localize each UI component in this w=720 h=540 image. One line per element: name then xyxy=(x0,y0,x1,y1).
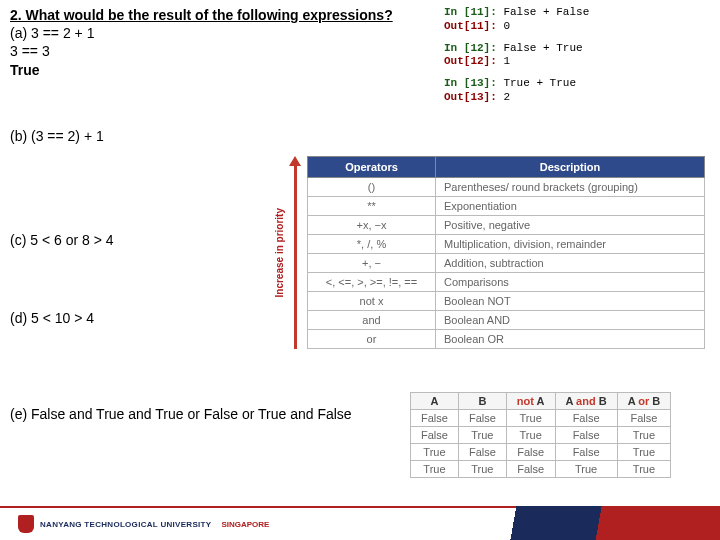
op-cell: +x, −x xyxy=(308,216,436,235)
question-a-line2: 3 == 3 xyxy=(10,42,393,60)
priority-table-wrap: Increase in priority Operators Descripti… xyxy=(274,156,705,349)
desc-cell: Multiplication, division, remainder xyxy=(436,235,705,254)
truth-header-or: A or B xyxy=(617,393,671,410)
university-country: SINGAPORE xyxy=(221,520,269,529)
desc-cell: Boolean OR xyxy=(436,330,705,349)
question-a-line1: (a) 3 == 2 + 1 xyxy=(10,24,393,42)
table-row: FalseTrueTrueFalseTrue xyxy=(411,427,671,444)
ops-header-operators: Operators xyxy=(308,157,436,178)
table-row: **Exponentiation xyxy=(308,197,705,216)
table-row: ()Parentheses/ round brackets (grouping) xyxy=(308,178,705,197)
desc-cell: Boolean AND xyxy=(436,311,705,330)
question-d: (d) 5 < 10 > 4 xyxy=(10,310,94,326)
table-row: TrueTrueFalseTrueTrue xyxy=(411,461,671,478)
code-in-text: False + True xyxy=(497,42,583,54)
question-e: (e) False and True and True or False or … xyxy=(10,406,352,422)
truth-header-and: A and B xyxy=(555,393,617,410)
code-out-text: 0 xyxy=(497,20,510,32)
truth-header-not-a: not A xyxy=(506,393,555,410)
op-cell: <, <=, >, >=, !=, == xyxy=(308,273,436,292)
code-out-text: 1 xyxy=(497,55,510,67)
table-row: *, /, %Multiplication, division, remaind… xyxy=(308,235,705,254)
university-name: NANYANG TECHNOLOGICAL UNIVERSITY xyxy=(40,520,211,529)
op-cell: and xyxy=(308,311,436,330)
footer: NANYANG TECHNOLOGICAL UNIVERSITY SINGAPO… xyxy=(0,506,720,540)
truth-header-a: A xyxy=(411,393,459,410)
code-out-text: 2 xyxy=(497,91,510,103)
truth-table: A B not A A and B A or B FalseFalseTrueF… xyxy=(410,392,671,478)
op-cell: not x xyxy=(308,292,436,311)
ops-header-description: Description xyxy=(436,157,705,178)
desc-cell: Boolean NOT xyxy=(436,292,705,311)
desc-cell: Positive, negative xyxy=(436,216,705,235)
code-out-label: Out[12]: xyxy=(444,55,497,67)
desc-cell: Parentheses/ round brackets (grouping) xyxy=(436,178,705,197)
op-cell: +, − xyxy=(308,254,436,273)
table-row: <, <=, >, >=, !=, ==Comparisons xyxy=(308,273,705,292)
university-logo: NANYANG TECHNOLOGICAL UNIVERSITY SINGAPO… xyxy=(18,515,269,533)
op-cell: () xyxy=(308,178,436,197)
truth-header-b: B xyxy=(458,393,506,410)
code-in-label: In [13]: xyxy=(444,77,497,89)
desc-cell: Exponentiation xyxy=(436,197,705,216)
question-a-answer: True xyxy=(10,61,393,79)
code-output-block: In [11]: False + False Out[11]: 0 In [12… xyxy=(444,6,589,105)
code-in-label: In [12]: xyxy=(444,42,497,54)
question-b: (b) (3 == 2) + 1 xyxy=(10,128,104,144)
arrow-up-icon xyxy=(289,156,301,349)
table-row: +, −Addition, subtraction xyxy=(308,254,705,273)
footer-stripe-icon xyxy=(490,506,720,540)
code-in-text: True + True xyxy=(497,77,576,89)
question-title: 2. What would be the result of the follo… xyxy=(10,6,393,24)
code-in-text: False + False xyxy=(497,6,589,18)
question-block: 2. What would be the result of the follo… xyxy=(10,6,393,79)
code-in-label: In [11]: xyxy=(444,6,497,18)
priority-axis-label: Increase in priority xyxy=(274,208,285,297)
op-cell: or xyxy=(308,330,436,349)
op-cell: ** xyxy=(308,197,436,216)
table-row: andBoolean AND xyxy=(308,311,705,330)
crest-icon xyxy=(18,515,34,533)
truth-table-wrap: A B not A A and B A or B FalseFalseTrueF… xyxy=(410,392,671,478)
code-out-label: Out[13]: xyxy=(444,91,497,103)
desc-cell: Comparisons xyxy=(436,273,705,292)
table-row: not xBoolean NOT xyxy=(308,292,705,311)
table-row: FalseFalseTrueFalseFalse xyxy=(411,410,671,427)
table-row: orBoolean OR xyxy=(308,330,705,349)
table-row: TrueFalseFalseFalseTrue xyxy=(411,444,671,461)
op-cell: *, /, % xyxy=(308,235,436,254)
table-row: +x, −xPositive, negative xyxy=(308,216,705,235)
code-out-label: Out[11]: xyxy=(444,20,497,32)
question-c: (c) 5 < 6 or 8 > 4 xyxy=(10,232,114,248)
operators-table: Operators Description ()Parentheses/ rou… xyxy=(307,156,705,349)
desc-cell: Addition, subtraction xyxy=(436,254,705,273)
